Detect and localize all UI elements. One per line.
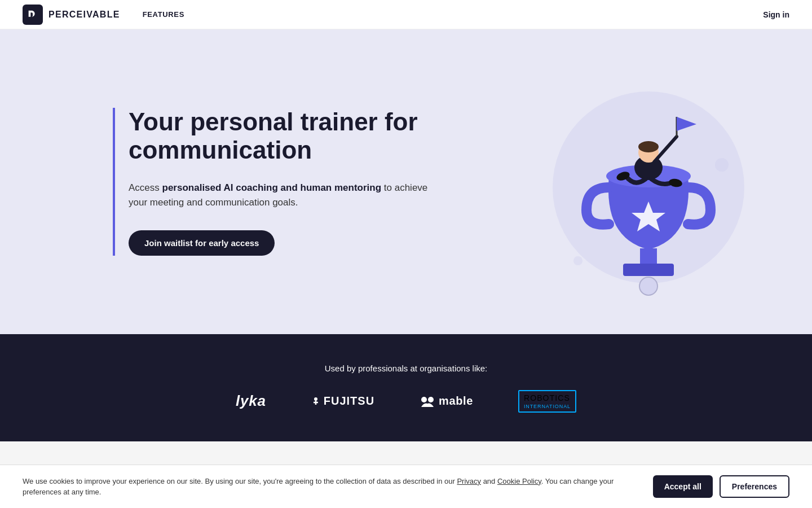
logo-lyka: lyka [236, 392, 266, 410]
mable-icon [420, 396, 435, 407]
hero-desc-bold: personalised AI coaching and human mento… [162, 182, 382, 193]
features-nav-item[interactable]: FEATURES [143, 10, 184, 19]
signin-button[interactable]: Sign in [763, 10, 789, 19]
logo-link[interactable]: PERCEIVABLE [23, 5, 120, 25]
logo-robotics: ROBOTICS INTERNATIONAL [518, 390, 576, 413]
hero-description: Access personalised AI coaching and huma… [129, 181, 440, 211]
svg-point-14 [715, 158, 729, 172]
join-waitlist-button[interactable]: Join waitlist for early access [129, 230, 275, 256]
logo-lyka-text: lyka [236, 392, 266, 410]
hero-title: Your personal trainer for communication [129, 108, 440, 165]
svg-rect-3 [623, 264, 674, 276]
logo-mable-text: mable [439, 395, 473, 408]
privacy-link[interactable]: Privacy [457, 477, 481, 485]
logos-row: lyka FUJITSU mable ROBOTICS INTERNATIONA… [236, 390, 576, 413]
fujitsu-icon [311, 397, 320, 406]
navbar: PERCEIVABLE FEATURES Sign in [0, 0, 812, 29]
accept-all-button[interactable]: Accept all [653, 475, 713, 498]
hero-content: Your personal trainer for communication … [113, 108, 440, 256]
logos-tagline: Used by professionals at organisations l… [325, 364, 488, 373]
cookie-banner: We use cookies to improve your experienc… [0, 465, 812, 508]
svg-rect-2 [640, 248, 657, 265]
logo-fujitsu: FUJITSU [311, 395, 374, 408]
cookie-text: We use cookies to improve your experienc… [23, 476, 630, 498]
cookie-policy-link[interactable]: Cookie Policy [497, 477, 541, 485]
logo-icon [23, 5, 43, 25]
cookie-and: and [481, 477, 497, 485]
svg-point-20 [428, 397, 434, 402]
logo-svg [27, 8, 39, 21]
svg-point-13 [639, 277, 657, 295]
hero-illustration [530, 63, 767, 300]
logo-fujitsu-text: FUJITSU [324, 395, 374, 408]
svg-point-19 [421, 397, 427, 402]
preferences-button[interactable]: Preferences [720, 475, 789, 498]
logo-robotics-subtext: INTERNATIONAL [524, 404, 571, 409]
logo-text: PERCEIVABLE [48, 10, 120, 20]
cookie-text-prefix: We use cookies to improve your experienc… [23, 477, 457, 485]
logos-section: Used by professionals at organisations l… [0, 334, 812, 441]
cookie-buttons: Accept all Preferences [653, 475, 789, 498]
logo-robotics-text: ROBOTICS [524, 393, 570, 402]
svg-point-15 [573, 256, 582, 265]
hero-section: Your personal trainer for communication … [0, 29, 812, 334]
svg-point-7 [638, 141, 659, 152]
svg-point-16 [314, 397, 317, 401]
trophy-svg [530, 63, 767, 300]
hero-desc-prefix: Access [129, 182, 162, 193]
logo-mable: mable [420, 395, 473, 408]
